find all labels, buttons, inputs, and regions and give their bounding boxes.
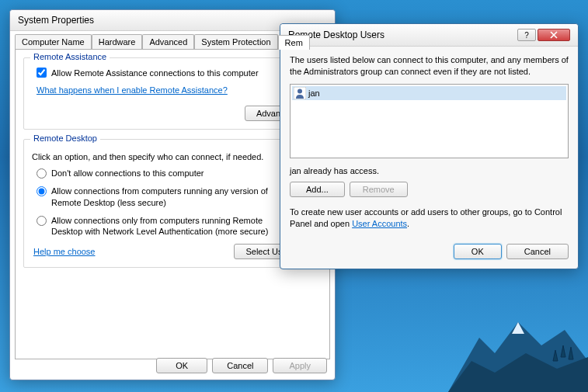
allow-remote-assistance-checkbox[interactable]	[37, 68, 47, 78]
tab-system-protection[interactable]: System Protection	[194, 34, 277, 49]
remote-assistance-title: Remote Assistance	[30, 52, 110, 61]
list-item-label: jan	[308, 88, 320, 98]
remote-desktop-users-dialog: Remote Desktop Users ? The users listed …	[280, 23, 579, 269]
remote-assistance-group: Remote Assistance Allow Remote Assistanc…	[23, 57, 322, 130]
rdu-titlebar[interactable]: Remote Desktop Users ?	[280, 24, 578, 47]
rd-option-any-version-label: Allow connections from computers running…	[51, 186, 292, 209]
remote-desktop-group: Remote Desktop Click an option, and then…	[23, 139, 322, 268]
remote-desktop-instruction: Click an option, and then specify who ca…	[32, 152, 313, 161]
desktop-wallpaper-mountain	[448, 299, 588, 392]
rd-option-any-version-radio[interactable]	[37, 186, 47, 196]
help-me-choose-link[interactable]: Help me choose	[33, 247, 96, 256]
sysprops-ok-button[interactable]: OK	[156, 358, 207, 373]
rd-option-nla-label: Allow connections only from computers ru…	[51, 215, 292, 238]
tab-hardware[interactable]: Hardware	[92, 34, 143, 49]
tab-advanced[interactable]: Advanced	[142, 34, 194, 49]
sysprops-title: System Properties	[18, 15, 94, 26]
rdu-ok-button[interactable]: OK	[454, 244, 502, 259]
rdu-cancel-button[interactable]: Cancel	[506, 244, 569, 259]
rd-option-dont-allow-radio[interactable]	[37, 168, 47, 179]
list-item[interactable]: jan	[292, 86, 566, 100]
sysprops-cancel-button[interactable]: Cancel	[212, 358, 268, 373]
add-button[interactable]: Add...	[290, 182, 345, 197]
remove-button: Remove	[350, 182, 408, 197]
help-icon[interactable]: ?	[517, 29, 536, 41]
tab-computer-name[interactable]: Computer Name	[15, 34, 92, 49]
close-icon[interactable]	[538, 29, 570, 41]
rdu-user-listbox[interactable]: jan	[290, 84, 569, 158]
tab-remote[interactable]: Rem	[278, 35, 310, 50]
user-accounts-link[interactable]: User Accounts	[352, 219, 407, 228]
allow-remote-assistance-label: Allow Remote Assistance connections to t…	[51, 68, 259, 78]
rdu-hint: To create new user accounts or add users…	[290, 206, 569, 231]
rdu-status: jan already has access.	[290, 166, 569, 175]
remote-desktop-title: Remote Desktop	[30, 134, 100, 143]
sysprops-button-row: OK Cancel Apply	[156, 358, 327, 373]
rdu-description: The users listed below can connect to th…	[290, 54, 569, 78]
user-icon	[294, 87, 306, 99]
sysprops-apply-button: Apply	[273, 358, 327, 373]
rd-option-dont-allow-label: Don't allow connections to this computer	[51, 168, 204, 179]
rd-option-nla-radio[interactable]	[37, 216, 47, 226]
remote-assistance-help-link[interactable]: What happens when I enable Remote Assist…	[37, 85, 228, 95]
svg-point-1	[297, 88, 302, 93]
